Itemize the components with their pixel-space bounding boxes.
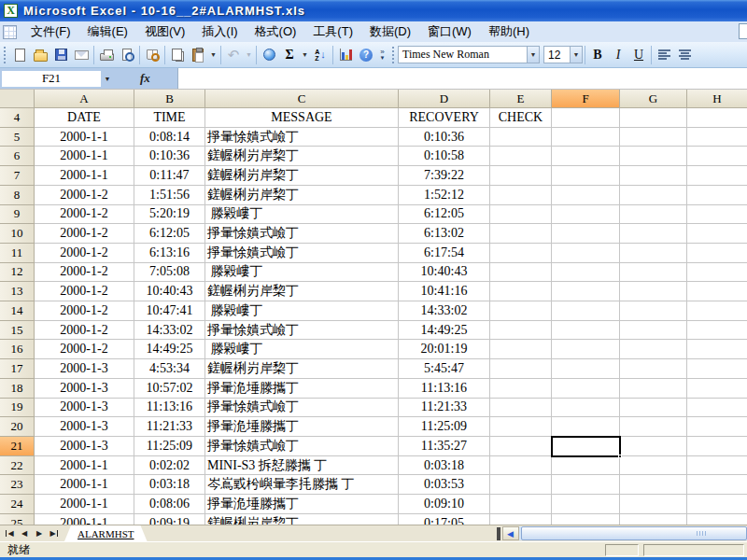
cell-C22[interactable]: MINI-S3 拆恏滕攜 丁: [205, 456, 399, 476]
cell-A22[interactable]: 2000-1-1: [35, 456, 134, 476]
cell-F12[interactable]: [552, 263, 620, 283]
cell-E21[interactable]: [490, 437, 552, 456]
cell-B14[interactable]: 10:47:41: [134, 301, 205, 321]
cell-D4[interactable]: RECOVERY: [399, 108, 490, 128]
cell-E23[interactable]: [490, 475, 552, 495]
cell-C21[interactable]: 掙暈悇嬇式嶮丁: [205, 437, 399, 456]
row-header-24[interactable]: 24: [0, 495, 35, 514]
sheet-tab-alarmhst[interactable]: ALARMHST: [64, 525, 148, 541]
menu-item-1[interactable]: 编辑(E): [79, 21, 136, 43]
horizontal-scrollbar[interactable]: [519, 526, 747, 540]
font-name-combo[interactable]: Times New Roman ▼: [398, 46, 540, 63]
cell-A23[interactable]: 2000-1-1: [35, 475, 134, 495]
cell-A5[interactable]: 2000-1-1: [35, 128, 134, 147]
cell-C8[interactable]: 鎈幄梸岃岸棃丁: [205, 186, 399, 205]
cell-E18[interactable]: [490, 379, 552, 399]
cell-B22[interactable]: 0:02:02: [134, 456, 205, 476]
cell-G15[interactable]: [620, 321, 687, 341]
select-all-corner[interactable]: [0, 90, 35, 108]
name-box-dropdown-icon[interactable]: ▼: [101, 71, 114, 87]
row-header-21[interactable]: 21: [0, 437, 35, 456]
row-header-4[interactable]: 4: [0, 108, 35, 128]
cell-A20[interactable]: 2000-1-3: [35, 417, 134, 437]
research-button[interactable]: [142, 45, 162, 65]
cell-H17[interactable]: [687, 359, 747, 379]
cell-H18[interactable]: [687, 379, 747, 399]
column-header-H[interactable]: H: [687, 90, 747, 108]
row-header-17[interactable]: 17: [0, 359, 35, 379]
cell-D19[interactable]: 11:21:33: [399, 399, 490, 418]
cell-D13[interactable]: 10:41:16: [399, 282, 490, 301]
workbook-icon[interactable]: [3, 25, 17, 39]
cell-A19[interactable]: 2000-1-3: [35, 399, 134, 418]
cell-F4[interactable]: [552, 108, 620, 128]
cell-D25[interactable]: 0:17:05: [399, 514, 490, 525]
prev-sheet-button[interactable]: ◀: [17, 526, 32, 541]
cell-F17[interactable]: [552, 359, 620, 379]
cell-G24[interactable]: [620, 495, 687, 514]
cell-D5[interactable]: 0:10:36: [399, 128, 490, 147]
cell-F13[interactable]: [552, 282, 620, 301]
cell-G14[interactable]: [620, 301, 687, 321]
cell-D16[interactable]: 20:01:19: [399, 340, 490, 359]
cell-G10[interactable]: [620, 224, 687, 244]
cell-H13[interactable]: [687, 282, 747, 301]
row-header-8[interactable]: 8: [0, 186, 35, 205]
help-question-box[interactable]: [739, 23, 747, 39]
cell-H19[interactable]: [687, 399, 747, 418]
autosum-button[interactable]: Σ: [279, 45, 300, 65]
row-header-11[interactable]: 11: [0, 244, 35, 263]
column-header-E[interactable]: E: [490, 90, 552, 108]
cell-D11[interactable]: 6:17:54: [399, 244, 490, 263]
cell-H8[interactable]: [687, 186, 747, 205]
font-size-combo[interactable]: 12 ▼: [543, 46, 583, 63]
cell-A21[interactable]: 2000-1-3: [35, 437, 134, 456]
cell-B5[interactable]: 0:08:14: [134, 128, 205, 147]
cell-B16[interactable]: 14:49:25: [134, 340, 205, 359]
cell-H15[interactable]: [687, 321, 747, 341]
cell-A6[interactable]: 2000-1-1: [35, 147, 134, 166]
cell-A11[interactable]: 2000-1-2: [35, 244, 134, 263]
cell-E12[interactable]: [490, 263, 552, 283]
cell-A25[interactable]: 2000-1-1: [35, 514, 134, 525]
cell-H7[interactable]: [687, 166, 747, 186]
cell-G6[interactable]: [620, 147, 687, 166]
copy-button[interactable]: [167, 45, 188, 65]
cell-F22[interactable]: [552, 456, 620, 476]
cell-G4[interactable]: [620, 108, 687, 128]
cell-D23[interactable]: 0:03:53: [399, 475, 490, 495]
cell-C19[interactable]: 掙暈悇嬇式嶮丁: [205, 399, 399, 418]
cell-E6[interactable]: [490, 147, 552, 166]
cell-C4[interactable]: MESSAGE: [205, 108, 399, 128]
menu-item-6[interactable]: 数据(D): [361, 21, 419, 43]
cell-C11[interactable]: 掙暈悇嬇式嶮丁: [205, 244, 399, 263]
cell-C12[interactable]: 滕毇嶁丁: [205, 263, 399, 283]
cell-G17[interactable]: [620, 359, 687, 379]
column-header-D[interactable]: D: [399, 90, 490, 108]
cell-A7[interactable]: 2000-1-1: [35, 166, 134, 186]
cell-F18[interactable]: [552, 379, 620, 399]
cell-H6[interactable]: [687, 147, 747, 166]
cell-E8[interactable]: [490, 186, 552, 205]
cell-F6[interactable]: [552, 147, 620, 166]
cell-E9[interactable]: [490, 205, 552, 225]
hyperlink-button[interactable]: [259, 45, 279, 65]
cell-F19[interactable]: [552, 399, 620, 418]
cell-B9[interactable]: 5:20:19: [134, 205, 205, 225]
row-header-19[interactable]: 19: [0, 399, 35, 418]
undo-dropdown-icon[interactable]: ▼: [244, 45, 254, 65]
cell-B6[interactable]: 0:10:36: [134, 147, 205, 166]
cell-D14[interactable]: 14:33:02: [399, 301, 490, 321]
cell-F21[interactable]: [552, 437, 620, 456]
menu-item-3[interactable]: 插入(I): [193, 21, 246, 43]
cell-F11[interactable]: [552, 244, 620, 263]
autosum-dropdown-icon[interactable]: ▼: [300, 45, 310, 65]
align-center-button[interactable]: [674, 45, 695, 65]
horizontal-scrollbar-thumb[interactable]: [521, 526, 747, 540]
cell-F16[interactable]: [552, 340, 620, 359]
italic-button[interactable]: I: [608, 45, 628, 65]
cell-F9[interactable]: [552, 205, 620, 225]
toolbar-options-chevron[interactable]: » ▼: [376, 45, 388, 65]
cell-E15[interactable]: [490, 321, 552, 341]
cell-D24[interactable]: 0:09:10: [399, 495, 490, 514]
